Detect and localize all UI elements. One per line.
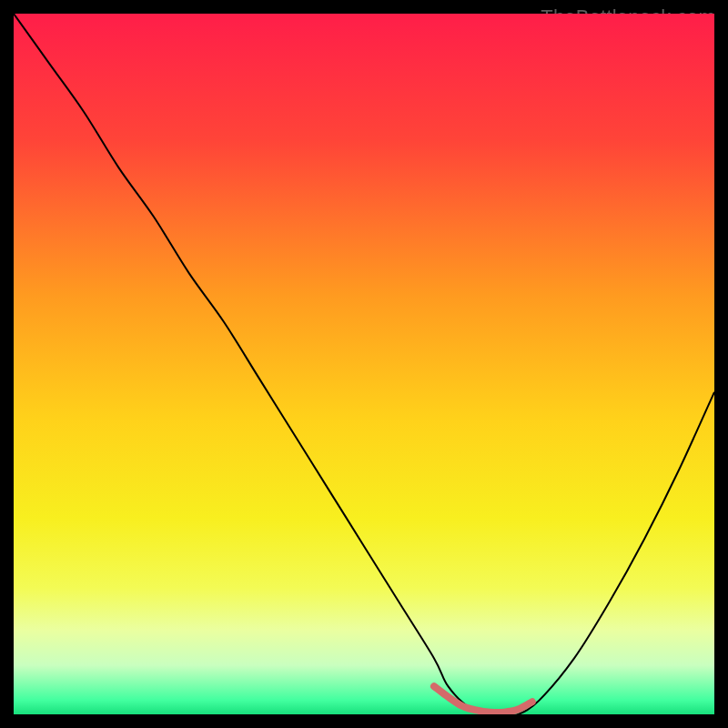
gradient-backdrop [14,14,714,714]
chart-frame: TheBottleneck.com [0,0,728,728]
bottleneck-chart [14,14,714,714]
